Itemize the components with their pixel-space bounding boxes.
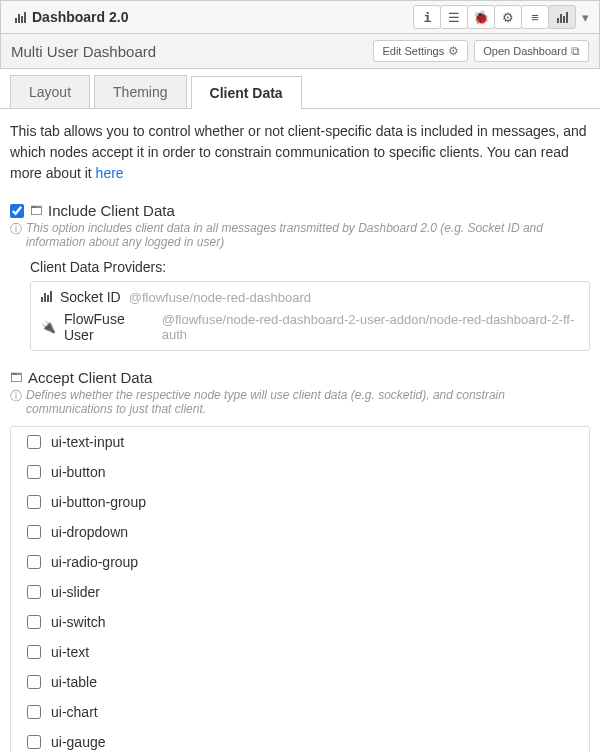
tab-layout[interactable]: Layout [10, 75, 90, 108]
node-checkbox[interactable] [27, 645, 41, 659]
include-client-data-checkbox[interactable] [10, 204, 24, 218]
node-row-ui-gauge[interactable]: ui-gauge [11, 727, 589, 752]
info-button[interactable]: i [413, 5, 441, 29]
providers-box: Socket ID@flowfuse/node-red-dashboard🔌Fl… [30, 281, 590, 351]
tab-description: This tab allows you to control whether o… [10, 121, 590, 184]
info-icon: ⓘ [10, 221, 22, 238]
node-label: ui-gauge [51, 734, 106, 750]
more-caret[interactable]: ▾ [575, 5, 595, 29]
sub-buttons: Edit Settings ⚙ Open Dashboard ⧉ [373, 40, 589, 62]
accept-section-header: 🗔 Accept Client Data [10, 369, 590, 386]
include-help: ⓘ This option includes client data in al… [10, 221, 590, 249]
node-row-ui-text-input[interactable]: ui-text-input [11, 427, 589, 457]
node-checkbox[interactable] [27, 465, 41, 479]
tab-content: This tab allows you to control whether o… [0, 109, 600, 752]
node-label: ui-button [51, 464, 105, 480]
node-checkbox[interactable] [27, 435, 41, 449]
tabs: LayoutThemingClient Data [0, 69, 600, 109]
main-header: Dashboard 2.0 i ☰ 🐞 ⚙ ≡ ▾ [0, 0, 600, 34]
node-checkbox[interactable] [27, 525, 41, 539]
node-row-ui-dropdown[interactable]: ui-dropdown [11, 517, 589, 547]
id-card-icon: 🗔 [10, 371, 22, 385]
info-icon: ⓘ [10, 388, 22, 405]
node-row-ui-table[interactable]: ui-table [11, 667, 589, 697]
app-title: Dashboard 2.0 [32, 9, 128, 25]
node-row-ui-slider[interactable]: ui-slider [11, 577, 589, 607]
open-dashboard-button[interactable]: Open Dashboard ⧉ [474, 40, 589, 62]
id-card-icon: 🗔 [30, 204, 42, 218]
gear-icon: ⚙ [448, 44, 459, 58]
node-row-ui-chart[interactable]: ui-chart [11, 697, 589, 727]
provider-path: @flowfuse/node-red-dashboard [129, 290, 311, 305]
chart-button[interactable] [548, 5, 576, 29]
tab-theming[interactable]: Theming [94, 75, 186, 108]
plug-icon: 🔌 [41, 320, 56, 334]
node-label: ui-slider [51, 584, 100, 600]
provider-row: 🔌FlowFuse User@flowfuse/node-red-dashboa… [41, 308, 579, 346]
node-row-ui-switch[interactable]: ui-switch [11, 607, 589, 637]
chart-icon [15, 11, 26, 23]
node-checkbox[interactable] [27, 735, 41, 749]
node-checkbox[interactable] [27, 675, 41, 689]
dashboard-name: Multi User Dashboard [11, 43, 156, 60]
provider-row: Socket ID@flowfuse/node-red-dashboard [41, 286, 579, 308]
node-row-ui-button[interactable]: ui-button [11, 457, 589, 487]
external-link-icon: ⧉ [571, 44, 580, 58]
node-label: ui-dropdown [51, 524, 128, 540]
providers-label: Client Data Providers: [30, 259, 590, 275]
provider-name: Socket ID [60, 289, 121, 305]
node-row-ui-radio-group[interactable]: ui-radio-group [11, 547, 589, 577]
node-label: ui-radio-group [51, 554, 138, 570]
node-checkbox[interactable] [27, 495, 41, 509]
node-checkbox[interactable] [27, 615, 41, 629]
node-row-ui-button-group[interactable]: ui-button-group [11, 487, 589, 517]
include-label: Include Client Data [48, 202, 175, 219]
accept-label: Accept Client Data [28, 369, 152, 386]
read-more-link[interactable]: here [96, 165, 124, 181]
layers-button[interactable]: ≡ [521, 5, 549, 29]
provider-name: FlowFuse User [64, 311, 154, 343]
gear-button[interactable]: ⚙ [494, 5, 522, 29]
tab-client-data[interactable]: Client Data [191, 76, 302, 109]
sub-header: Multi User Dashboard Edit Settings ⚙ Ope… [0, 34, 600, 69]
node-label: ui-button-group [51, 494, 146, 510]
node-checkbox[interactable] [27, 585, 41, 599]
chart-icon [41, 290, 52, 305]
header-toolbar: i ☰ 🐞 ⚙ ≡ ▾ [414, 5, 595, 29]
accept-help: ⓘ Defines whether the respective node ty… [10, 388, 590, 416]
node-row-ui-text[interactable]: ui-text [11, 637, 589, 667]
include-section-header: 🗔 Include Client Data [10, 202, 590, 219]
edit-settings-button[interactable]: Edit Settings ⚙ [373, 40, 468, 62]
node-label: ui-text-input [51, 434, 124, 450]
node-label: ui-text [51, 644, 89, 660]
header-title-wrap: Dashboard 2.0 [5, 9, 128, 25]
book-button[interactable]: ☰ [440, 5, 468, 29]
provider-path: @flowfuse/node-red-dashboard-2-user-addo… [162, 312, 579, 342]
node-label: ui-table [51, 674, 97, 690]
node-types-list: ui-text-inputui-buttonui-button-groupui-… [10, 426, 590, 752]
node-checkbox[interactable] [27, 555, 41, 569]
node-label: ui-chart [51, 704, 98, 720]
node-checkbox[interactable] [27, 705, 41, 719]
node-label: ui-switch [51, 614, 105, 630]
debug-button[interactable]: 🐞 [467, 5, 495, 29]
